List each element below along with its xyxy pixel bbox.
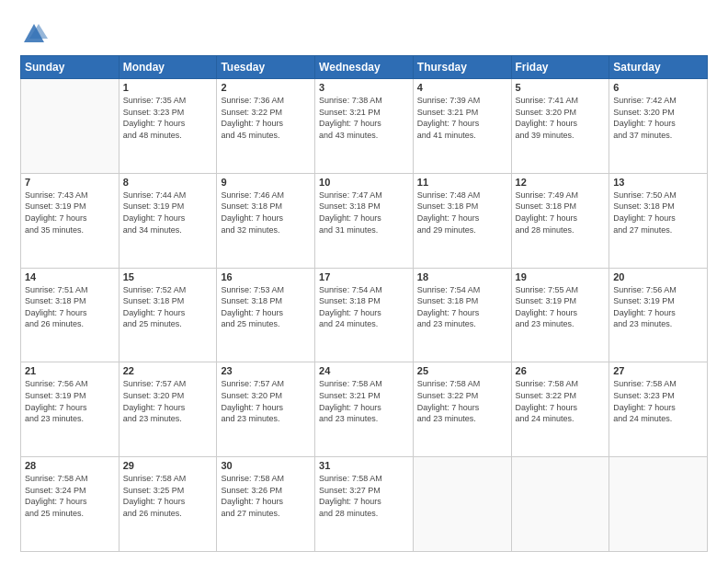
day-info: Sunrise: 7:39 AM Sunset: 3:21 PM Dayligh… [417,95,507,141]
day-info: Sunrise: 7:42 AM Sunset: 3:20 PM Dayligh… [613,95,703,141]
day-number: 17 [319,271,409,282]
day-info: Sunrise: 7:58 AM Sunset: 3:25 PM Dayligh… [123,473,213,519]
day-number: 7 [25,177,115,188]
day-info: Sunrise: 7:51 AM Sunset: 3:18 PM Dayligh… [25,284,115,330]
day-info: Sunrise: 7:58 AM Sunset: 3:23 PM Dayligh… [613,378,703,424]
day-cell: 4Sunrise: 7:39 AM Sunset: 3:21 PM Daylig… [413,79,511,174]
day-header: Thursday [413,56,511,79]
page: SundayMondayTuesdayWednesdayThursdayFrid… [0,0,728,563]
day-number: 3 [319,82,409,93]
day-cell: 23Sunrise: 7:57 AM Sunset: 3:20 PM Dayli… [217,362,315,457]
week-row: 1Sunrise: 7:35 AM Sunset: 3:23 PM Daylig… [21,79,708,174]
day-cell [21,79,119,174]
calendar-table: SundayMondayTuesdayWednesdayThursdayFrid… [20,55,708,552]
day-info: Sunrise: 7:56 AM Sunset: 3:19 PM Dayligh… [25,378,115,424]
day-info: Sunrise: 7:57 AM Sunset: 3:20 PM Dayligh… [123,378,213,424]
day-info: Sunrise: 7:54 AM Sunset: 3:18 PM Dayligh… [319,284,409,330]
day-info: Sunrise: 7:47 AM Sunset: 3:18 PM Dayligh… [319,190,409,236]
day-number: 1 [123,82,213,93]
day-cell: 14Sunrise: 7:51 AM Sunset: 3:18 PM Dayli… [21,268,119,362]
day-number: 16 [221,271,311,282]
day-number: 12 [516,177,606,188]
day-cell: 28Sunrise: 7:58 AM Sunset: 3:24 PM Dayli… [21,457,119,552]
day-cell: 15Sunrise: 7:52 AM Sunset: 3:18 PM Dayli… [119,268,217,362]
day-number: 14 [25,271,115,282]
day-info: Sunrise: 7:54 AM Sunset: 3:18 PM Dayligh… [417,284,507,330]
day-cell: 18Sunrise: 7:54 AM Sunset: 3:18 PM Dayli… [413,268,511,362]
day-info: Sunrise: 7:57 AM Sunset: 3:20 PM Dayligh… [221,378,311,424]
day-number: 22 [123,365,213,376]
header [20,17,708,48]
day-number: 6 [613,82,703,93]
day-cell: 24Sunrise: 7:58 AM Sunset: 3:21 PM Dayli… [315,362,414,457]
day-cell [609,457,708,552]
day-number: 31 [319,460,409,471]
day-info: Sunrise: 7:58 AM Sunset: 3:21 PM Dayligh… [319,378,409,424]
day-cell: 8Sunrise: 7:44 AM Sunset: 3:19 PM Daylig… [119,173,217,268]
day-number: 19 [516,271,606,282]
day-info: Sunrise: 7:38 AM Sunset: 3:21 PM Dayligh… [319,95,409,141]
day-info: Sunrise: 7:48 AM Sunset: 3:18 PM Dayligh… [417,190,507,236]
day-number: 11 [417,177,507,188]
day-info: Sunrise: 7:50 AM Sunset: 3:18 PM Dayligh… [613,190,703,236]
day-cell [413,457,511,552]
day-cell: 30Sunrise: 7:58 AM Sunset: 3:26 PM Dayli… [217,457,315,552]
day-number: 21 [25,365,115,376]
day-number: 8 [123,177,213,188]
day-cell: 27Sunrise: 7:58 AM Sunset: 3:23 PM Dayli… [609,362,708,457]
day-info: Sunrise: 7:53 AM Sunset: 3:18 PM Dayligh… [221,284,311,330]
day-header: Sunday [21,56,119,79]
day-cell: 1Sunrise: 7:35 AM Sunset: 3:23 PM Daylig… [119,79,217,174]
day-cell: 12Sunrise: 7:49 AM Sunset: 3:18 PM Dayli… [511,173,609,268]
day-cell [511,457,609,552]
week-row: 7Sunrise: 7:43 AM Sunset: 3:19 PM Daylig… [21,173,708,268]
day-info: Sunrise: 7:58 AM Sunset: 3:22 PM Dayligh… [516,378,606,424]
day-info: Sunrise: 7:49 AM Sunset: 3:18 PM Dayligh… [516,190,606,236]
day-number: 30 [221,460,311,471]
day-info: Sunrise: 7:58 AM Sunset: 3:22 PM Dayligh… [417,378,507,424]
day-cell: 19Sunrise: 7:55 AM Sunset: 3:19 PM Dayli… [511,268,609,362]
day-cell: 22Sunrise: 7:57 AM Sunset: 3:20 PM Dayli… [119,362,217,457]
day-info: Sunrise: 7:52 AM Sunset: 3:18 PM Dayligh… [123,284,213,330]
day-number: 28 [25,460,115,471]
day-cell: 16Sunrise: 7:53 AM Sunset: 3:18 PM Dayli… [217,268,315,362]
day-number: 10 [319,177,409,188]
day-info: Sunrise: 7:36 AM Sunset: 3:22 PM Dayligh… [221,95,311,141]
day-number: 2 [221,82,311,93]
day-number: 25 [417,365,507,376]
logo [20,20,51,48]
day-info: Sunrise: 7:35 AM Sunset: 3:23 PM Dayligh… [123,95,213,141]
day-header: Wednesday [315,56,414,79]
day-number: 23 [221,365,311,376]
day-number: 15 [123,271,213,282]
day-cell: 31Sunrise: 7:58 AM Sunset: 3:27 PM Dayli… [315,457,414,552]
day-cell: 3Sunrise: 7:38 AM Sunset: 3:21 PM Daylig… [315,79,414,174]
day-number: 13 [613,177,703,188]
day-info: Sunrise: 7:58 AM Sunset: 3:24 PM Dayligh… [25,473,115,519]
day-number: 20 [613,271,703,282]
header-row: SundayMondayTuesdayWednesdayThursdayFrid… [21,56,708,79]
day-cell: 29Sunrise: 7:58 AM Sunset: 3:25 PM Dayli… [119,457,217,552]
day-info: Sunrise: 7:56 AM Sunset: 3:19 PM Dayligh… [613,284,703,330]
day-header: Tuesday [217,56,315,79]
week-row: 21Sunrise: 7:56 AM Sunset: 3:19 PM Dayli… [21,362,708,457]
day-info: Sunrise: 7:43 AM Sunset: 3:19 PM Dayligh… [25,190,115,236]
day-info: Sunrise: 7:46 AM Sunset: 3:18 PM Dayligh… [221,190,311,236]
day-number: 4 [417,82,507,93]
day-number: 29 [123,460,213,471]
day-cell: 10Sunrise: 7:47 AM Sunset: 3:18 PM Dayli… [315,173,414,268]
day-cell: 13Sunrise: 7:50 AM Sunset: 3:18 PM Dayli… [609,173,708,268]
week-row: 14Sunrise: 7:51 AM Sunset: 3:18 PM Dayli… [21,268,708,362]
day-cell: 6Sunrise: 7:42 AM Sunset: 3:20 PM Daylig… [609,79,708,174]
day-cell: 7Sunrise: 7:43 AM Sunset: 3:19 PM Daylig… [21,173,119,268]
day-info: Sunrise: 7:41 AM Sunset: 3:20 PM Dayligh… [516,95,606,141]
day-number: 26 [516,365,606,376]
day-number: 9 [221,177,311,188]
day-info: Sunrise: 7:58 AM Sunset: 3:27 PM Dayligh… [319,473,409,519]
day-header: Saturday [609,56,708,79]
day-number: 5 [516,82,606,93]
day-info: Sunrise: 7:44 AM Sunset: 3:19 PM Dayligh… [123,190,213,236]
day-header: Monday [119,56,217,79]
day-cell: 11Sunrise: 7:48 AM Sunset: 3:18 PM Dayli… [413,173,511,268]
day-cell: 5Sunrise: 7:41 AM Sunset: 3:20 PM Daylig… [511,79,609,174]
